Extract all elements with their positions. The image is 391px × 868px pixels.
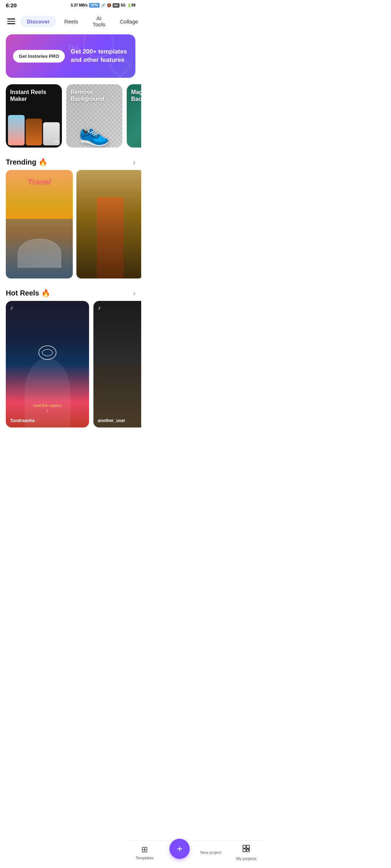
trending-more-button[interactable]: › <box>133 158 135 166</box>
feature-label-remove-bg: Remove Background <box>71 89 122 102</box>
person-silhouette <box>97 197 123 278</box>
feature-label-magic-bg: Magic Background <box>131 89 141 102</box>
hot-reels-header: Hot Reels 🔥 › <box>0 286 141 301</box>
trending-cards-container: Travel <box>0 170 141 286</box>
reel-1-speech-bubble <box>38 345 56 360</box>
vpn-badge: VPN <box>89 3 100 8</box>
get-pro-button[interactable]: Get Instories PRO <box>13 50 65 63</box>
tab-reels[interactable]: Reels <box>58 16 84 27</box>
feature-label-instant-reels: Instant Reels Maker <box>10 89 62 102</box>
reel-2-music-icon: ♪ <box>98 305 101 311</box>
trending-title: Trending 🔥 <box>6 158 47 166</box>
outdoor-bg <box>76 170 141 278</box>
reel-1-username: Tundraanha <box>10 418 35 423</box>
feature-card-instant-reels[interactable]: Instant Reels Maker ✂ <box>6 84 62 148</box>
scissors-icon: ✂ <box>55 139 59 145</box>
tab-discover[interactable]: Discover <box>20 16 56 27</box>
trending-card-travel[interactable]: Travel <box>6 170 73 278</box>
promo-banner: % Get Instories PRO Get 200+ templatesan… <box>6 34 135 78</box>
trending-header: Trending 🔥 › <box>0 155 141 170</box>
feature-cards-container: Instant Reels Maker ✂ Remove Background … <box>0 84 141 155</box>
speech-inner <box>42 349 53 356</box>
hot-reels-title: Hot Reels 🔥 <box>6 289 50 297</box>
reel-1-music-icon: ♪ <box>10 305 13 311</box>
trending-card-person[interactable] <box>76 170 141 278</box>
reel-1-arrow: ↓ <box>46 407 49 413</box>
signal-icon: 5G <box>121 3 126 7</box>
status-time: 6:20 <box>6 2 17 8</box>
link-icon: 🔗 <box>101 3 105 7</box>
tab-ai-tools[interactable]: AI Tools <box>86 13 112 30</box>
battery-icon: 🔋99 <box>127 3 135 7</box>
network-speed: 5.37 MB/s <box>71 3 88 7</box>
reel-card-2[interactable]: ♪ another_user <box>93 301 141 427</box>
feature-card-magic-bg[interactable]: Magic Background 🧴 🌸 <box>127 84 141 148</box>
hot-reels-more-button[interactable]: › <box>133 289 135 297</box>
feature-card-remove-bg[interactable]: Remove Background 👟 <box>66 84 122 148</box>
hd-badge: HD <box>113 3 119 8</box>
mute-icon: 🔕 <box>107 3 111 7</box>
reel-1-person <box>25 358 71 428</box>
status-bar: 6:20 5.37 MB/s VPN 🔗 🔕 HD 5G 🔋99 <box>0 0 141 10</box>
mini-photo-1 <box>8 115 25 145</box>
plane-wing <box>18 239 61 268</box>
travel-label: Travel <box>28 177 51 187</box>
shoe-visual: 👟 <box>79 118 110 148</box>
hamburger-menu[interactable] <box>6 17 17 26</box>
reel-card-1[interactable]: ♪ read the caption ↓ Tundraanha <box>6 301 89 427</box>
top-nav: Discover Reels AI Tools Collage <box>0 10 141 34</box>
reels-cards-container: ♪ read the caption ↓ Tundraanha ♪ anothe… <box>0 301 141 464</box>
instant-reels-preview <box>6 110 62 148</box>
reel-2-username: another_user <box>98 418 125 423</box>
mini-photo-2 <box>26 119 42 145</box>
status-icons: 5.37 MB/s VPN 🔗 🔕 HD 5G 🔋99 <box>71 3 135 8</box>
nav-tabs: Discover Reels AI Tools Collage <box>20 13 141 30</box>
promo-decoration: % <box>68 42 81 58</box>
tab-collage[interactable]: Collage <box>113 16 141 27</box>
